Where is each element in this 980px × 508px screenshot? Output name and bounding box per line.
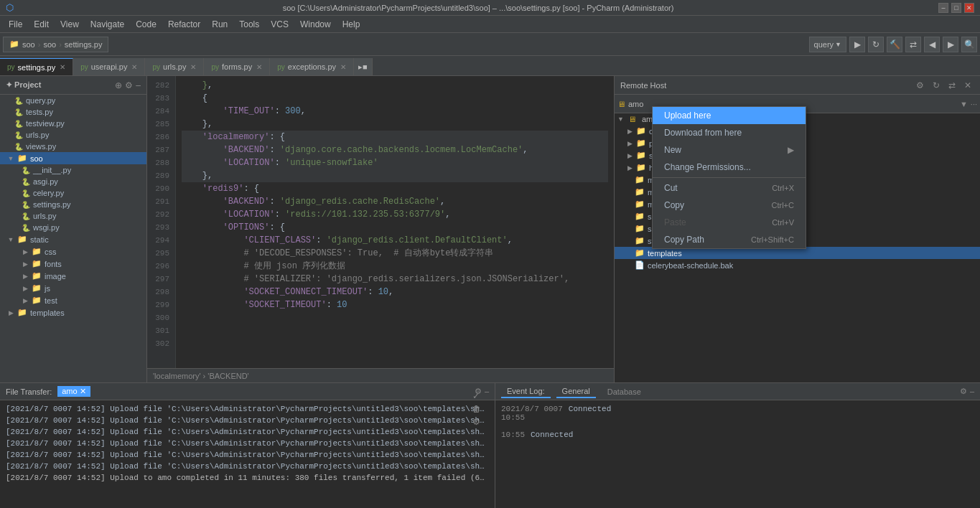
tree-item-query[interactable]: 🐍 query.py xyxy=(0,95,146,106)
tab-settings-close[interactable]: ✕ xyxy=(60,63,65,71)
run-button[interactable]: ▶ xyxy=(849,37,865,52)
menu-window[interactable]: Window xyxy=(294,18,337,31)
code-line-301: 'SOCKET_CONNECT_TIMEOUT': 10, xyxy=(182,286,608,298)
tab-userapi-close[interactable]: ✕ xyxy=(131,63,137,71)
tree-item-views[interactable]: 🐍 views.py xyxy=(0,141,146,152)
tree-item-asgi[interactable]: 🐍 asgi.py xyxy=(0,176,146,187)
editor-content[interactable]: 282283284285286 287288289290291 29229329… xyxy=(147,76,614,368)
menu-code[interactable]: Code xyxy=(130,18,162,31)
maximize-button[interactable]: □ xyxy=(951,3,961,13)
tree-item-soo-folder[interactable]: ▼ 📁 soo xyxy=(0,152,146,164)
event-minimize-icon[interactable]: – xyxy=(970,387,974,396)
tree-item-tests[interactable]: 🐍 tests.py xyxy=(0,106,146,118)
ctx-copy[interactable]: Copy Ctrl+C xyxy=(653,197,806,214)
menu-navigate[interactable]: Navigate xyxy=(85,18,130,31)
tree-item-urls-root[interactable]: 🐍 urls.py xyxy=(0,129,146,141)
query-label: query xyxy=(814,40,834,49)
project-panel-header: ✦ Project ⊕ ⚙ – xyxy=(0,76,146,95)
tab-forms-py[interactable]: py forms.py ✕ xyxy=(204,58,270,75)
tab-more[interactable]: ▸■ xyxy=(354,58,373,75)
menu-file[interactable]: File xyxy=(3,18,28,31)
ctx-download-label: Download from here xyxy=(664,128,742,138)
breadcrumb-soo2[interactable]: soo xyxy=(43,40,56,49)
connection-dropdown-icon[interactable]: ▼ xyxy=(960,100,968,108)
tree-item-js[interactable]: ▶ 📁 js xyxy=(0,282,146,294)
forward-button[interactable]: ▶ xyxy=(943,37,958,52)
tree-item-test[interactable]: ▶ 📁 test xyxy=(0,294,146,306)
general-tab[interactable]: General xyxy=(556,385,596,398)
transfer-minimize-icon[interactable]: – xyxy=(485,387,489,396)
remote-refresh-icon[interactable]: ↻ xyxy=(930,79,943,92)
log-delete-icon[interactable]: 🗑 xyxy=(472,404,481,414)
ctx-new[interactable]: New ▶ xyxy=(653,141,806,159)
bottom-panels: File Transfer: amo ✕ ⚙ – [2021/8/7 0007 … xyxy=(0,382,980,508)
tree-item-urls-soo[interactable]: 🐍 urls.py xyxy=(0,210,146,222)
tab-urls-close[interactable]: ✕ xyxy=(190,63,196,71)
tab-exceptions-py[interactable]: py exceptions.py ✕ xyxy=(270,58,354,75)
ctx-download-from-here[interactable]: Download from here xyxy=(653,124,806,141)
menu-help[interactable]: Help xyxy=(337,18,366,31)
query-dropdown[interactable]: query ▼ xyxy=(809,37,846,52)
tree-arrow-open-icon: ▼ xyxy=(7,155,14,162)
tab-urls-icon: py xyxy=(152,63,160,71)
log-filter-icon[interactable]: ⚙ xyxy=(472,417,481,427)
event-settings-icon[interactable]: ⚙ xyxy=(960,387,967,396)
sync-button[interactable]: ⇄ xyxy=(905,37,921,52)
tree-item-wsgi[interactable]: 🐍 wsgi.py xyxy=(0,222,146,233)
remote-reload-icon[interactable]: ⇄ xyxy=(946,79,958,92)
close-button[interactable]: ✕ xyxy=(964,3,974,13)
tab-forms-close[interactable]: ✕ xyxy=(256,63,262,71)
tree-item-fonts[interactable]: ▶ 📁 fonts xyxy=(0,258,146,270)
code-editor[interactable]: }, { 'TIME_OUT': 300, }, 'localmemory': … xyxy=(176,76,614,368)
tree-item-celery[interactable]: 🐍 celery.py xyxy=(0,187,146,199)
tree-arrow-open-icon: ▼ xyxy=(7,236,14,243)
menu-view[interactable]: View xyxy=(55,18,85,31)
database-tab[interactable]: Database xyxy=(602,386,647,398)
tab-urls-py[interactable]: py urls.py ✕ xyxy=(145,58,204,75)
folder-icon: 📁 xyxy=(635,212,645,221)
ctx-copy-path[interactable]: Copy Path Ctrl+Shift+C xyxy=(653,231,806,248)
tree-item-init[interactable]: 🐍 __init__.py xyxy=(0,164,146,176)
menu-edit[interactable]: Edit xyxy=(28,18,55,31)
file-py-icon: 🐍 xyxy=(14,120,23,128)
breadcrumb-settings[interactable]: settings.py xyxy=(65,40,103,49)
ctx-change-permissions[interactable]: Change Permissions... xyxy=(653,159,806,176)
menu-vcs[interactable]: VCS xyxy=(265,18,294,31)
ctx-upload-here[interactable]: Upload here xyxy=(653,107,806,124)
tree-item-templates[interactable]: ▶ 📁 templates xyxy=(0,306,146,319)
tree-item-css[interactable]: ▶ 📁 css xyxy=(0,245,146,258)
breadcrumb-soo1[interactable]: soo xyxy=(22,40,35,49)
title-bar: ⬡ soo [C:\Users\Administrator\PycharmPro… xyxy=(0,0,980,16)
build-button[interactable]: 🔨 xyxy=(887,37,902,52)
file-py-icon: 🐍 xyxy=(22,178,30,186)
event-log-tab[interactable]: Event Log: xyxy=(501,385,551,398)
amo-tab[interactable]: amo ✕ xyxy=(57,386,90,397)
minimize-button[interactable]: – xyxy=(938,3,948,13)
tree-item-image[interactable]: ▶ 📁 image xyxy=(0,270,146,282)
folder-icon: 📁 xyxy=(636,138,646,148)
remote-file-celerybeat[interactable]: 📄 celerybeat-schedule.bak xyxy=(615,259,980,271)
reload-button[interactable]: ↻ xyxy=(868,37,884,52)
menu-tools[interactable]: Tools xyxy=(233,18,265,31)
back-button[interactable]: ◀ xyxy=(924,37,940,52)
tree-item-settings[interactable]: 🐍 settings.py xyxy=(0,199,146,210)
tab-userapi-py[interactable]: py userapi.py ✕ xyxy=(73,58,145,75)
tab-exceptions-close[interactable]: ✕ xyxy=(340,63,346,71)
tree-item-static-folder[interactable]: ▼ 📁 static xyxy=(0,233,146,245)
menu-run[interactable]: Run xyxy=(206,18,233,31)
ctx-cut[interactable]: Cut Ctrl+X xyxy=(653,179,806,197)
remote-close-icon[interactable]: ✕ xyxy=(961,79,974,92)
tab-settings-py[interactable]: py settings.py ✕ xyxy=(0,58,73,75)
collapse-icon[interactable]: – xyxy=(136,80,141,90)
tree-item-testview[interactable]: 🐍 testview.py xyxy=(0,118,146,129)
add-content-icon[interactable]: ⊕ xyxy=(115,80,122,90)
log-check-icon[interactable]: ✓ xyxy=(472,391,481,401)
project-panel-title: ✦ Project xyxy=(6,80,41,90)
menu-refactor[interactable]: Refactor xyxy=(162,18,206,31)
search-button[interactable]: 🔍 xyxy=(961,37,977,52)
file-icon: 📄 xyxy=(635,260,645,270)
remote-settings-icon[interactable]: ⚙ xyxy=(913,79,927,92)
folder-fonts-icon: 📁 xyxy=(32,259,42,268)
settings-icon[interactable]: ⚙ xyxy=(125,80,133,90)
connection-more-icon[interactable]: ··· xyxy=(971,100,977,108)
